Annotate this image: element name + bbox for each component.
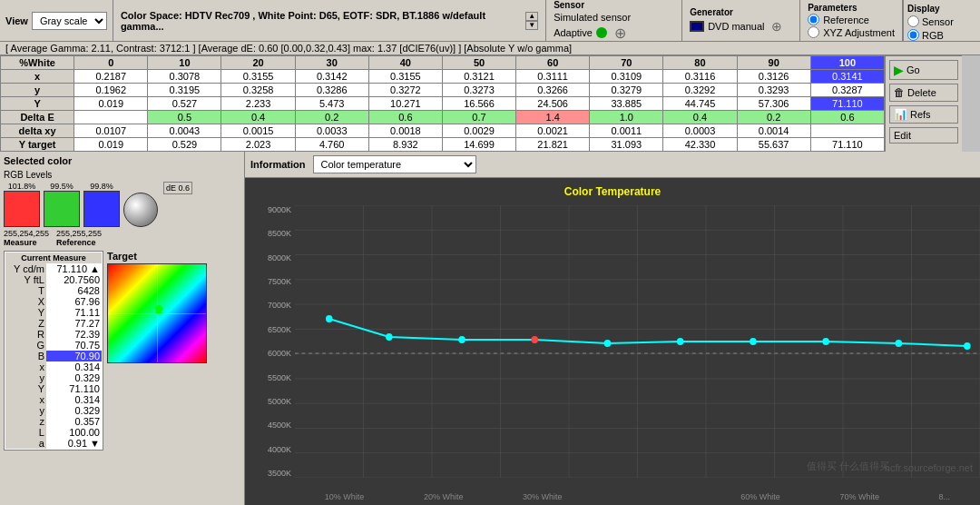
col-header-100: 100 bbox=[810, 56, 884, 70]
sensor-title: Sensor bbox=[554, 0, 674, 10]
cell-de-100: 0.6 bbox=[810, 111, 884, 124]
edit-button[interactable]: Edit bbox=[889, 127, 958, 144]
generator-row: DVD manual ⊕ bbox=[690, 19, 792, 34]
swatch-red-container: 101.8% bbox=[4, 182, 40, 227]
col-header-60: 60 bbox=[516, 56, 590, 70]
label: x bbox=[5, 394, 46, 405]
cell-x-30: 0.3142 bbox=[295, 70, 368, 84]
row-label-de: Delta E bbox=[1, 111, 74, 124]
cell-x-0: 0.2187 bbox=[74, 70, 148, 84]
value: 6428 bbox=[46, 285, 102, 296]
table-row: x0.314 bbox=[5, 394, 102, 405]
table-row: Y target 0.019 0.529 2.023 4.760 8.932 1… bbox=[1, 138, 885, 152]
current-measure-panel: Current Measure Y cd/m71.110 ▲ Y ftL20.7… bbox=[4, 251, 103, 451]
nav-down-button[interactable]: ▼ bbox=[525, 21, 538, 30]
cell-dxy-90: 0.0014 bbox=[737, 124, 810, 138]
col-header-percent: %White bbox=[1, 56, 74, 70]
row-label-x: x bbox=[1, 70, 74, 84]
go-button[interactable]: ▶ Go bbox=[889, 60, 958, 80]
delete-button[interactable]: 🗑 Delete bbox=[889, 84, 958, 102]
table-row: B70.90 bbox=[5, 351, 102, 361]
label: Y ftL bbox=[5, 274, 46, 285]
display-sensor-row: Sensor bbox=[907, 15, 976, 27]
generator-section: Generator DVD manual ⊕ bbox=[682, 0, 800, 41]
view-dropdown[interactable]: Gray scale bbox=[32, 12, 107, 30]
xyz-radio[interactable] bbox=[808, 26, 819, 38]
measure-values: 255,254,255 bbox=[4, 229, 49, 238]
swatch-green-pct: 99.5% bbox=[50, 182, 74, 191]
chart-y-labels: 9000K 8500K 8000K 7500K 7000K 6500K 6000… bbox=[245, 205, 295, 478]
label: y bbox=[5, 372, 46, 383]
table-row: a0.91 ▼ bbox=[5, 438, 102, 449]
refs-icon: 📊 bbox=[894, 108, 907, 121]
cell-dxy-30: 0.0033 bbox=[295, 124, 368, 138]
cell-Y-90: 57.306 bbox=[737, 97, 810, 111]
table-row: X67.96 bbox=[5, 296, 102, 307]
label: X bbox=[5, 296, 46, 307]
table-row: G70.75 bbox=[5, 340, 102, 351]
generator-title: Generator bbox=[690, 7, 792, 17]
nav-up-button[interactable]: ▲ bbox=[525, 12, 538, 21]
table-row: R72.39 bbox=[5, 329, 102, 340]
sensor-row: Simulated sensor bbox=[554, 12, 674, 23]
y-label-6500: 6500K bbox=[249, 325, 291, 334]
cell-dxy-60: 0.0021 bbox=[516, 124, 590, 138]
label: Z bbox=[5, 318, 46, 329]
x-label-60: 60% White bbox=[740, 492, 780, 501]
y-label-3500: 3500K bbox=[249, 469, 291, 478]
x-label-30: 30% White bbox=[523, 492, 563, 501]
svg-point-31 bbox=[896, 340, 903, 347]
cell-y-90: 0.3293 bbox=[737, 84, 810, 97]
cell-y-40: 0.3272 bbox=[368, 84, 442, 97]
info-dropdown[interactable]: Color temperature bbox=[313, 155, 476, 173]
row-label-dxy: delta xy bbox=[1, 124, 74, 138]
generator-value: DVD manual bbox=[708, 21, 764, 32]
row-label-ytarget: Y target bbox=[1, 138, 74, 152]
value: 0.91 ▼ bbox=[46, 438, 102, 449]
display-sensor-radio[interactable] bbox=[907, 15, 919, 27]
cell-y-70: 0.3279 bbox=[590, 84, 663, 97]
refs-button[interactable]: 📊 Refs bbox=[889, 105, 958, 124]
swatch-red-pct: 101.8% bbox=[8, 182, 36, 191]
label: G bbox=[5, 340, 46, 351]
toolbar: View Gray scale Color Space: HDTV Rec709… bbox=[0, 0, 980, 42]
cell-yt-70: 31.093 bbox=[590, 138, 663, 152]
chart-svg bbox=[295, 205, 980, 478]
svg-point-26 bbox=[531, 336, 538, 343]
cell-x-100: 0.3141 bbox=[810, 70, 884, 84]
table-row: y0.329 bbox=[5, 372, 102, 383]
row-label-y: y bbox=[1, 84, 74, 97]
cell-yt-80: 42.330 bbox=[663, 138, 737, 152]
cell-Y-60: 24.506 bbox=[516, 97, 590, 111]
refs-label: Refs bbox=[910, 109, 931, 120]
display-rgb-radio[interactable] bbox=[907, 29, 919, 41]
cell-Y-100: 71.110 bbox=[810, 97, 884, 111]
cell-y-100: 0.3287 bbox=[810, 84, 884, 97]
cell-de-20: 0.4 bbox=[221, 111, 295, 124]
nav-arrows: ▲ ▼ bbox=[525, 12, 538, 30]
display-panel: Display Sensor RGB XYZ xyz xyY bbox=[903, 0, 980, 41]
target-section: Target bbox=[107, 251, 207, 451]
value: 77.27 bbox=[46, 318, 102, 329]
y-label-5000: 5000K bbox=[249, 397, 291, 406]
label: R bbox=[5, 329, 46, 340]
svg-point-30 bbox=[822, 338, 829, 345]
value: 20.7560 bbox=[46, 274, 102, 285]
table-row: T6428 bbox=[5, 285, 102, 296]
cell-yt-0: 0.019 bbox=[74, 138, 148, 152]
table-row: Y 0.019 0.527 2.233 5.473 10.271 16.566 … bbox=[1, 97, 885, 111]
sphere-icon bbox=[123, 193, 158, 227]
svg-point-23 bbox=[326, 315, 333, 322]
cell-dxy-20: 0.0015 bbox=[221, 124, 295, 138]
cell-dxy-80: 0.0003 bbox=[663, 124, 737, 138]
cell-Y-80: 44.745 bbox=[663, 97, 737, 111]
reference-radio[interactable] bbox=[808, 14, 819, 25]
target-box bbox=[107, 263, 207, 363]
value: 0.357 bbox=[46, 416, 102, 427]
right-control-panel: ▶ Go 🗑 Delete 📊 Refs Edit bbox=[885, 55, 962, 152]
cell-x-90: 0.3126 bbox=[737, 70, 810, 84]
sensor-active-indicator bbox=[596, 27, 607, 38]
display-rgb-label: RGB bbox=[922, 30, 944, 41]
cell-yt-100: 71.110 bbox=[810, 138, 884, 152]
swatch-green bbox=[44, 191, 80, 227]
